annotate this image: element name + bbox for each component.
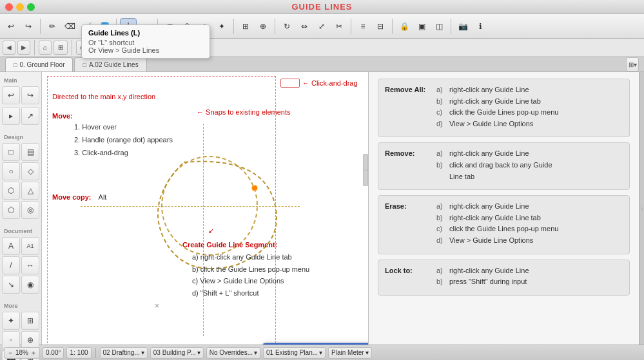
grid-button[interactable]: ⊞ — [237, 18, 254, 35]
minimize-button[interactable] — [16, 3, 24, 11]
window-tool[interactable]: △ — [21, 182, 39, 200]
remove-list: a)right-click any Guide Line b)click and… — [436, 148, 552, 182]
units-dropdown[interactable]: Plain Meter ▾ — [328, 347, 372, 359]
undo-button[interactable]: ↩ — [3, 18, 19, 35]
remove-label: Remove: — [385, 148, 436, 182]
mirror-button[interactable]: ⇔ — [296, 18, 313, 35]
circle-tool[interactable]: ○ — [2, 162, 20, 180]
eraser-button[interactable]: ⌫ — [61, 18, 78, 35]
zoom-out-btn[interactable]: － — [7, 348, 14, 357]
view-all-button[interactable]: ⊞ — [54, 41, 68, 55]
camera-button[interactable]: 📷 — [454, 18, 471, 35]
move-heading: Move: — [52, 112, 73, 120]
lock-button[interactable]: 🔒 — [396, 18, 413, 35]
pencil-button[interactable]: ✏ — [44, 18, 61, 35]
tooltip-title: Guide Lines (L) — [88, 29, 203, 37]
tab-guide-lines[interactable]: □ A.02 Guide Lines — [74, 57, 146, 71]
right-resize-handle[interactable]: ⋮ — [639, 72, 644, 345]
tab-bar: □ 0. Ground Floor □ A.02 Guide Lines ⊞▾ — [0, 57, 644, 72]
drafting-dropdown[interactable]: 02 Drafting... ▾ — [100, 347, 148, 359]
svg-point-3 — [251, 185, 258, 191]
door-tool[interactable]: ⬡ — [2, 182, 20, 200]
overrides-dropdown[interactable]: No Overrides... ▾ — [206, 347, 260, 359]
context-menu-2: ✕ Create Guide Line Segment ⌥L ✛ Remove … — [262, 343, 368, 345]
floor-icon: □ — [14, 62, 17, 68]
right-panel: Remove All: a)right-click any Guide Line… — [368, 72, 639, 345]
main-layout: Main ↩ ↪ ▸ ↗ Design □ ▤ ○ ◇ ⬡ △ ⬠ ◎ Docu… — [0, 72, 644, 345]
cursor-sidebar[interactable]: ↗ — [21, 107, 39, 125]
detail-tool[interactable]: ⊕ — [21, 331, 39, 349]
remove-all-section: Remove All: a)right-click any Guide Line… — [378, 79, 630, 137]
main-toolbar: ↩ ↪ ✏ ⌫ 💉 🪣 ▾ ▢ ⬡ ◌ ✦ ⊞ ⊕ ↻ ⇔ ⤢ ✂ — [0, 14, 644, 39]
x-marker: × — [155, 301, 159, 310]
window-title: GUIDE LINES — [291, 2, 352, 12]
dropdown-arrow: ▾ — [366, 349, 369, 356]
poly-tool[interactable]: ◇ — [21, 162, 39, 180]
document-section-label: Document — [1, 227, 40, 236]
redo-sidebar[interactable]: ↪ — [21, 86, 39, 104]
list-item: b)press "Shift" during input — [436, 276, 529, 288]
close-button[interactable] — [5, 3, 13, 11]
layers-button[interactable]: ◫ — [431, 18, 447, 35]
dim-tool[interactable]: ↔ — [21, 256, 39, 274]
building-dropdown[interactable]: 03 Building P... ▾ — [150, 347, 204, 359]
lock-list: a)right-click any Guide Line b)press "Sh… — [436, 265, 529, 288]
guide-icon: □ — [83, 62, 86, 68]
title-bar: GUIDE LINES — [0, 0, 644, 14]
erase-label: Erase: — [385, 201, 436, 246]
magic-button[interactable]: ✦ — [213, 18, 230, 35]
dropdown-arrow: ▾ — [197, 349, 200, 356]
create-segment-items: a) right-click any Guide Line tab b) cli… — [192, 251, 309, 299]
scale-display: 1:100 — [66, 347, 91, 359]
redo-button[interactable]: ↪ — [20, 18, 37, 35]
right-edge-handle[interactable]: ⋮ — [363, 154, 368, 186]
guide-lines-tooltip: Guide Lines (L) Or "L" shortcut Or View … — [81, 24, 210, 59]
move-items: 1. Hover over 2. Handle (orange dot) app… — [74, 121, 173, 159]
remove-section: Remove: a)right-click any Guide Line b)c… — [378, 142, 630, 190]
view-options-button[interactable]: ⊞▾ — [626, 57, 639, 71]
plan-dropdown[interactable]: 01 Existing Plan... ▾ — [263, 347, 326, 359]
stair-tool[interactable]: ⬠ — [2, 201, 20, 219]
group-button[interactable]: ▣ — [413, 18, 430, 35]
back-button[interactable]: ◀ — [3, 41, 15, 55]
home-button[interactable]: ⌂ — [39, 41, 52, 55]
rect-tool[interactable]: □ — [2, 143, 20, 161]
list-item: d)View > Guide Line Options — [436, 235, 558, 247]
ctx2-create[interactable]: ✕ Create Guide Line Segment ⌥L — [263, 343, 368, 345]
forward-button[interactable]: ▶ — [17, 41, 30, 55]
undo-sidebar[interactable]: ↩ — [2, 86, 20, 104]
text-tool[interactable]: A — [2, 237, 20, 255]
remove-all-label: Remove All: — [385, 84, 436, 129]
roof-tool[interactable]: ◎ — [21, 201, 39, 219]
list-item: b)right-click any Guide Line tab — [436, 213, 558, 224]
zoom-in-btn[interactable]: ＋ — [30, 348, 37, 357]
dropdown-arrow: ▾ — [319, 349, 322, 356]
line-tool[interactable]: / — [2, 256, 20, 274]
snap-button[interactable]: ⊕ — [255, 18, 271, 35]
info-button[interactable]: ℹ — [472, 18, 489, 35]
text2-tool[interactable]: A1 — [21, 237, 39, 255]
traffic-lights — [5, 3, 35, 11]
hatch-tool[interactable]: ◦ — [2, 331, 20, 349]
symbol-tool[interactable]: ↘ — [2, 276, 20, 294]
tab-ground-floor[interactable]: □ 0. Ground Floor — [5, 57, 73, 71]
rotate-button[interactable]: ↻ — [278, 18, 295, 35]
list-item: a)right-click any Guide Line — [436, 201, 558, 213]
align-button[interactable]: ≡ — [355, 18, 371, 35]
marker-tool[interactable]: ◉ — [21, 276, 39, 294]
object-tool[interactable]: ⊞ — [21, 312, 39, 330]
tooltip-line1: Or "L" shortcut — [88, 39, 203, 46]
scale-button[interactable]: ⤢ — [313, 18, 330, 35]
wall-tool[interactable]: ▤ — [21, 143, 39, 161]
canvas-area[interactable]: ← Click-and-drag Directed to the main x,… — [42, 72, 368, 345]
tooltip-line2: Or View > Guide Lines — [88, 46, 203, 54]
dropdown-arrow: ▾ — [141, 349, 144, 356]
special-tool[interactable]: ✦ — [2, 312, 20, 330]
maximize-button[interactable] — [27, 3, 35, 11]
create-segment-arrow: ↙ — [208, 227, 214, 235]
lock-section: Lock to: a)right-click any Guide Line b)… — [378, 260, 630, 296]
zoom-controls[interactable]: － 18% ＋ — [4, 347, 40, 359]
trim-button[interactable]: ✂ — [331, 18, 347, 35]
arrow-sidebar[interactable]: ▸ — [2, 107, 20, 125]
distribute-button[interactable]: ⊟ — [372, 18, 389, 35]
